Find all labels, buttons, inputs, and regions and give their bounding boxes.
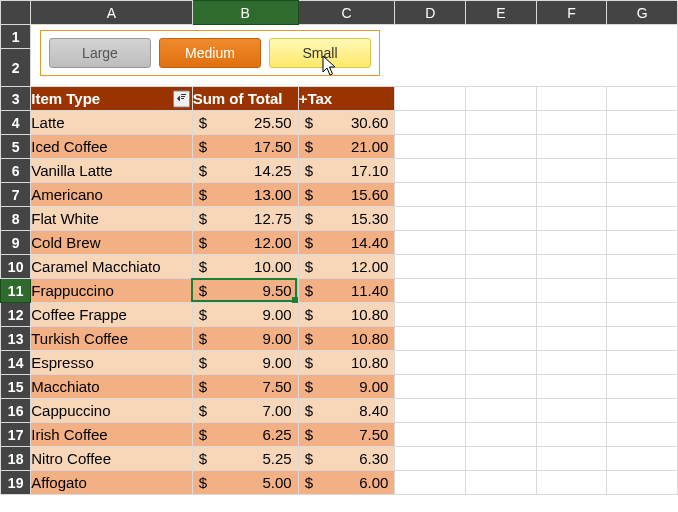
cell[interactable]: [607, 471, 678, 495]
item-name-cell[interactable]: Nitro Coffee: [31, 447, 192, 471]
cell[interactable]: [536, 447, 607, 471]
cell[interactable]: [536, 159, 607, 183]
row-header-13[interactable]: 13: [1, 327, 31, 351]
item-name-cell[interactable]: Iced Coffee: [31, 135, 192, 159]
cell[interactable]: [466, 111, 537, 135]
cell[interactable]: [395, 135, 466, 159]
col-header-A[interactable]: A: [31, 1, 192, 25]
tax-cell[interactable]: $9.00: [298, 375, 395, 399]
cell[interactable]: [607, 207, 678, 231]
sum-total-cell[interactable]: $9.00: [192, 351, 298, 375]
sum-total-cell[interactable]: $13.00: [192, 183, 298, 207]
row-header-16[interactable]: 16: [1, 399, 31, 423]
row-header-19[interactable]: 19: [1, 471, 31, 495]
cell[interactable]: [395, 471, 466, 495]
slicer-button-medium[interactable]: Medium: [159, 38, 261, 68]
sum-total-cell[interactable]: $17.50: [192, 135, 298, 159]
sum-total-cell[interactable]: $14.25: [192, 159, 298, 183]
sum-total-cell[interactable]: $5.00: [192, 471, 298, 495]
cell[interactable]: [536, 399, 607, 423]
cell[interactable]: [607, 399, 678, 423]
item-name-cell[interactable]: Cappuccino: [31, 399, 192, 423]
slicer-button-large[interactable]: Large: [49, 38, 151, 68]
cell[interactable]: [466, 399, 537, 423]
sum-total-cell[interactable]: $9.00: [192, 303, 298, 327]
cell[interactable]: [607, 279, 678, 303]
tax-cell[interactable]: $8.40: [298, 399, 395, 423]
tax-cell[interactable]: $6.30: [298, 447, 395, 471]
sum-total-cell[interactable]: $25.50: [192, 111, 298, 135]
item-name-cell[interactable]: Irish Coffee: [31, 423, 192, 447]
tax-cell[interactable]: $7.50: [298, 423, 395, 447]
tax-cell[interactable]: $10.80: [298, 327, 395, 351]
filter-dropdown-button[interactable]: [173, 90, 190, 107]
tax-cell[interactable]: $17.10: [298, 159, 395, 183]
cell[interactable]: [466, 327, 537, 351]
sum-total-cell[interactable]: $7.50: [192, 375, 298, 399]
cell[interactable]: [395, 303, 466, 327]
slicer-button-small[interactable]: Small: [269, 38, 371, 68]
cell[interactable]: [466, 303, 537, 327]
row-header-6[interactable]: 6: [1, 159, 31, 183]
row-header-7[interactable]: 7: [1, 183, 31, 207]
tax-cell[interactable]: $12.00: [298, 255, 395, 279]
cell[interactable]: [466, 159, 537, 183]
cell[interactable]: [466, 231, 537, 255]
cell[interactable]: [607, 327, 678, 351]
cell[interactable]: [607, 159, 678, 183]
item-name-cell[interactable]: Affogato: [31, 471, 192, 495]
cell[interactable]: [607, 375, 678, 399]
cell[interactable]: [607, 231, 678, 255]
col-header-F[interactable]: F: [536, 1, 607, 25]
row-header-8[interactable]: 8: [1, 207, 31, 231]
sum-total-cell[interactable]: $7.00: [192, 399, 298, 423]
cell[interactable]: [536, 111, 607, 135]
cell[interactable]: [607, 87, 678, 111]
cell[interactable]: [536, 207, 607, 231]
cell[interactable]: [607, 351, 678, 375]
row-header-10[interactable]: 10: [1, 255, 31, 279]
tax-cell[interactable]: $6.00: [298, 471, 395, 495]
item-name-cell[interactable]: Coffee Frappe: [31, 303, 192, 327]
tax-cell[interactable]: $21.00: [298, 135, 395, 159]
col-header-D[interactable]: D: [395, 1, 466, 25]
sum-total-cell[interactable]: $9.00: [192, 327, 298, 351]
row-header-1[interactable]: 1: [1, 25, 31, 49]
cell[interactable]: [395, 231, 466, 255]
cell[interactable]: [466, 87, 537, 111]
sum-total-cell[interactable]: $12.75: [192, 207, 298, 231]
row-header-2[interactable]: 2: [1, 49, 31, 87]
item-name-cell[interactable]: Espresso: [31, 351, 192, 375]
item-name-cell[interactable]: Turkish Coffee: [31, 327, 192, 351]
cell[interactable]: [395, 111, 466, 135]
select-all-corner[interactable]: [1, 1, 31, 25]
row-header-12[interactable]: 12: [1, 303, 31, 327]
cell[interactable]: [395, 87, 466, 111]
cell[interactable]: [395, 183, 466, 207]
row-header-17[interactable]: 17: [1, 423, 31, 447]
row-header-4[interactable]: 4: [1, 111, 31, 135]
cell[interactable]: [536, 231, 607, 255]
cell[interactable]: [536, 87, 607, 111]
cell[interactable]: [536, 351, 607, 375]
col-header-G[interactable]: G: [607, 1, 678, 25]
slicer-panel[interactable]: Large Medium Small: [40, 30, 380, 76]
item-name-cell[interactable]: Frappuccino: [31, 279, 192, 303]
cell[interactable]: [466, 351, 537, 375]
row-header-15[interactable]: 15: [1, 375, 31, 399]
cell[interactable]: [395, 375, 466, 399]
cell[interactable]: [536, 135, 607, 159]
tax-cell[interactable]: $10.80: [298, 351, 395, 375]
cell[interactable]: [466, 423, 537, 447]
item-name-cell[interactable]: Flat White: [31, 207, 192, 231]
row-header-14[interactable]: 14: [1, 351, 31, 375]
col-header-C[interactable]: C: [298, 1, 395, 25]
cell[interactable]: [395, 255, 466, 279]
cell[interactable]: [395, 327, 466, 351]
cell[interactable]: [536, 423, 607, 447]
cell[interactable]: [395, 207, 466, 231]
row-header-18[interactable]: 18: [1, 447, 31, 471]
row-header-9[interactable]: 9: [1, 231, 31, 255]
cell[interactable]: [536, 279, 607, 303]
cell[interactable]: [536, 183, 607, 207]
